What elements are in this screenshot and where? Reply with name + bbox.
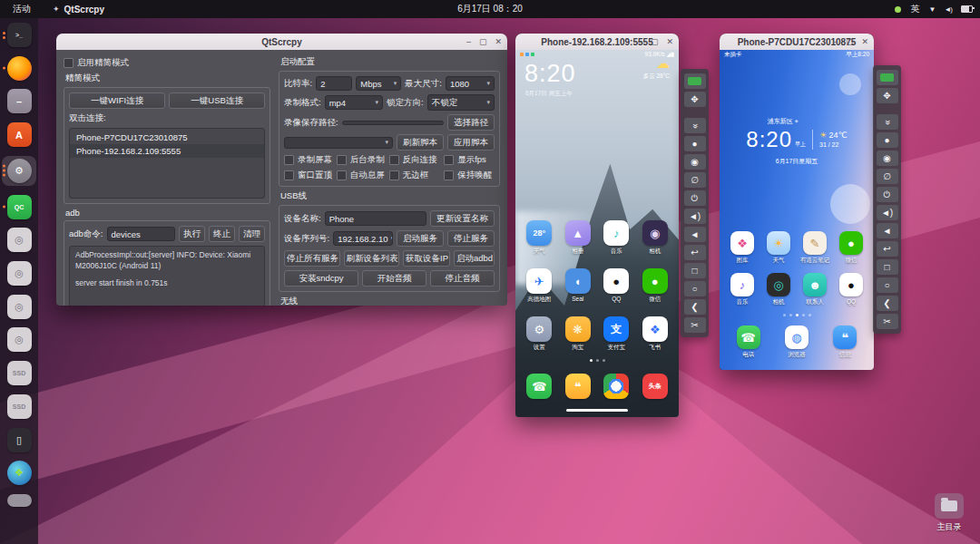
activities-button[interactable]: 活动 <box>9 3 34 15</box>
volume-up-button[interactable]: ◄) <box>877 205 898 220</box>
app-feishu[interactable]: ❖飞书 <box>637 316 673 352</box>
phone1-screen[interactable]: 93.9K/s ◢▮ 8:20 6月17日 周五上午 ☁ 多云 28°C 28°… <box>515 50 679 417</box>
home-button[interactable]: ○ <box>877 277 898 293</box>
collapse-button[interactable]: » <box>684 118 706 133</box>
app-amap[interactable]: ✈高德地图 <box>521 268 557 304</box>
screenshot-button[interactable]: ✂ <box>877 314 898 329</box>
app-switch-button[interactable]: □ <box>684 263 706 278</box>
power-button[interactable]: ⏻ <box>684 190 706 206</box>
app-browser[interactable]: ◍浏览器 <box>779 325 815 359</box>
close-button[interactable]: ✕ <box>495 37 502 46</box>
home-button[interactable]: ○ <box>684 281 706 296</box>
power-button[interactable]: ⏻ <box>877 187 898 202</box>
minimize-button[interactable]: – <box>466 37 471 46</box>
home-clock-widget[interactable]: 8:20 早上 ☀ 24℃ 31 / 22 <box>720 127 874 152</box>
dock-item-ssd-drive-1[interactable]: SSD <box>2 361 36 385</box>
app-qq[interactable]: ●QQ <box>598 268 634 304</box>
option-checkbox-6[interactable]: 自动息屏 <box>337 170 387 181</box>
app-youdao-notes[interactable]: ✎有道云笔记 <box>797 231 833 265</box>
dock-item-firefox[interactable] <box>2 56 36 81</box>
app-alipay[interactable]: 支支付宝 <box>598 316 634 352</box>
screenshot-button[interactable]: ✂ <box>684 317 706 333</box>
execute-button[interactable]: 执行 <box>179 226 205 242</box>
input-method-indicator[interactable]: 英 <box>910 3 919 15</box>
start-adbd-button[interactable]: 启动adbd <box>454 250 495 267</box>
app-phone-call[interactable]: ☎ <box>521 374 557 399</box>
screen-on-button[interactable]: ◉ <box>877 151 898 166</box>
app-weather[interactable]: 28°天气 <box>521 220 557 256</box>
collapse-button[interactable]: » <box>877 114 898 130</box>
stop-audio-button[interactable]: 停止音频 <box>430 270 495 287</box>
dock-item-globe-app[interactable]: ❖ <box>2 461 36 485</box>
menu-button[interactable]: ↩ <box>684 245 706 260</box>
app-music[interactable]: ♪音乐 <box>724 273 760 306</box>
dock-item-qtscrcpy-launcher[interactable]: QC <box>2 195 36 219</box>
maximize-button[interactable]: ▢ <box>479 37 487 46</box>
clock-menu[interactable]: 6月17日 08：20 <box>457 3 523 15</box>
lock-orientation-select[interactable]: 不锁定▾ <box>427 94 495 111</box>
fullscreen-button[interactable]: ✥ <box>877 88 898 103</box>
app-taobao[interactable]: ❋淘宝 <box>560 316 596 352</box>
app-camera[interactable]: ◎相机 <box>760 273 797 306</box>
minimize-button[interactable]: – <box>833 37 838 46</box>
app-gallery[interactable]: ❖图库 <box>724 231 760 265</box>
app-phone-call[interactable]: ☎电话 <box>730 325 767 359</box>
choose-path-button[interactable]: 选择路径 <box>447 114 495 131</box>
app-switch-button[interactable]: □ <box>877 259 898 275</box>
app-chrome[interactable] <box>598 374 634 399</box>
maximize-button[interactable]: ▢ <box>846 37 854 46</box>
system-tray[interactable]: 英 ▼ ◄) <box>895 3 973 15</box>
app-gallery[interactable]: ▲相册 <box>560 220 596 256</box>
dock-item-files[interactable]: – <box>2 89 36 113</box>
dock-item-disk-utility-4[interactable]: ◎ <box>2 327 36 352</box>
serial-select[interactable]: 192.168.2.10▾ <box>333 231 393 246</box>
device-list-item[interactable]: Phone-P7CDU17C23010875 <box>70 131 264 144</box>
app-camera[interactable]: ◉相机 <box>637 220 673 256</box>
phone2-screen[interactable]: 未插卡 早上8:20 浦东新区 ⌖ 8:20 早上 ☀ 24℃ 31 / 22 … <box>720 50 874 370</box>
one-key-usb-button[interactable]: 一键USB连接 <box>169 92 265 109</box>
app-qq[interactable]: ●QQ <box>833 273 869 306</box>
home-directory-shortcut[interactable]: 主目录 <box>926 493 973 533</box>
app-wechat[interactable]: ●微信 <box>833 231 869 265</box>
back-button[interactable]: ❮ <box>877 296 898 311</box>
device-list[interactable]: Phone-P7CDU17C23010875Phone-192.168.2.10… <box>69 128 265 199</box>
refresh-device-list-button[interactable]: 刷新设备列表 <box>344 250 400 267</box>
get-device-ip-button[interactable]: 获取设备IP <box>403 250 450 267</box>
back-button[interactable]: ❮ <box>684 299 706 315</box>
dock-item-disk-utility-1[interactable]: ◎ <box>2 228 36 252</box>
option-checkbox-2[interactable]: 后台录制 <box>337 154 387 166</box>
dock-item-ssd-drive-2[interactable]: SSD <box>2 394 36 419</box>
app-messaging[interactable]: ❝信息 <box>827 325 863 359</box>
install-sndcpy-button[interactable]: 安装sndcpy <box>284 270 358 287</box>
dock-item-phone-device[interactable]: ▯ <box>2 428 36 452</box>
gesture-bar[interactable] <box>566 409 628 412</box>
app-wechat[interactable]: ●微信 <box>637 268 673 304</box>
dock-item-disk-utility-3[interactable]: ◎ <box>2 295 36 319</box>
volume-down-button[interactable]: ◄ <box>684 227 706 242</box>
app-contacts[interactable]: ☻联系人 <box>797 273 833 306</box>
phone1-titlebar[interactable]: Phone-192.168.2.109:5555 – ▢ ✕ <box>515 34 679 50</box>
close-button[interactable]: ✕ <box>861 37 868 46</box>
touch-button[interactable]: ● <box>877 132 898 148</box>
start-service-button[interactable]: 启动服务 <box>397 230 444 247</box>
minimize-button[interactable]: – <box>638 37 642 46</box>
maximize-button[interactable]: ▢ <box>651 37 659 46</box>
dock-item-ubuntu-software[interactable]: A <box>2 122 36 147</box>
bitrate-unit-select[interactable]: Mbps▾ <box>356 76 401 91</box>
dock-item-terminal[interactable]: >_ <box>2 23 36 47</box>
screen-off-button[interactable]: ∅ <box>684 172 706 188</box>
screen-off-button[interactable]: ∅ <box>877 169 898 184</box>
adb-log-output[interactable]: AdbProcessImpl::out:[server] INFO: Devic… <box>69 246 265 306</box>
app-weather[interactable]: ☀天气 <box>760 231 797 265</box>
clear-button[interactable]: 清理 <box>239 226 265 242</box>
app-toutiao[interactable]: 头条 <box>637 374 673 399</box>
one-key-wifi-button[interactable]: 一键WIFI连接 <box>69 92 165 109</box>
device-list-item[interactable]: Phone-192.168.2.109:5555 <box>70 144 264 158</box>
record-format-select[interactable]: mp4▾ <box>325 95 383 110</box>
option-checkbox-5[interactable]: 窗口置顶 <box>284 170 335 181</box>
app-seal[interactable]: ◖Seal <box>560 268 596 304</box>
stop-service-button[interactable]: 停止服务 <box>447 230 495 247</box>
app-music[interactable]: ♪音乐 <box>598 220 634 256</box>
volume-down-button[interactable]: ◄ <box>877 223 898 238</box>
dock-item-show-applications[interactable] <box>2 516 36 540</box>
